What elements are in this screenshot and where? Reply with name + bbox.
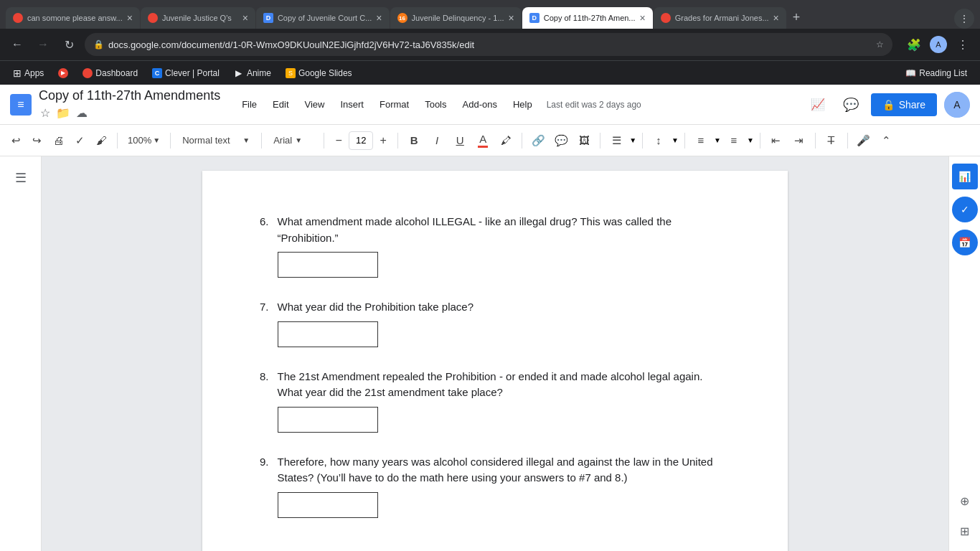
separator-11 <box>815 133 816 149</box>
move-button[interactable]: 📁 <box>55 105 72 121</box>
style-selector[interactable]: Normal text ▼ <box>176 130 255 151</box>
zoom-value: 100% <box>128 135 151 146</box>
menu-edit[interactable]: Edit <box>265 96 296 113</box>
bookmark-apps[interactable]: ⊞ Apps <box>7 65 50 82</box>
tab-3[interactable]: D Copy of Juvenile Court C... × <box>256 7 390 29</box>
q7-answer-box[interactable] <box>278 321 378 347</box>
calendar-addon-icon[interactable]: 📅 <box>952 230 978 255</box>
bullet-list-button[interactable]: ≡ <box>691 131 711 151</box>
voice-button[interactable]: 🎤 <box>854 131 874 151</box>
tab-4-favicon: 16 <box>397 13 407 23</box>
sidebar-outline-button[interactable]: ☰ <box>6 164 35 192</box>
new-tab-button[interactable]: + <box>787 10 806 25</box>
menu-view[interactable]: View <box>298 96 332 113</box>
q7-number: 7. <box>260 299 269 347</box>
bold-button[interactable]: B <box>404 131 424 151</box>
separator-7 <box>600 133 600 149</box>
line-spacing-button[interactable]: ↕ <box>649 131 669 151</box>
expand-panel-button[interactable]: ⊞ <box>952 518 978 544</box>
chat-button[interactable]: 💬 <box>838 92 864 118</box>
paint-format-button[interactable]: 🖌 <box>92 130 111 151</box>
forward-button[interactable]: → <box>33 34 53 55</box>
italic-button[interactable]: I <box>427 131 447 151</box>
menu-file[interactable]: File <box>235 96 264 113</box>
sheets-addon-icon[interactable]: 📊 <box>952 164 978 189</box>
tab-1-close[interactable]: × <box>127 13 133 23</box>
menu-addons[interactable]: Add-ons <box>456 96 504 113</box>
undo-button[interactable]: ↩ <box>7 130 25 151</box>
clear-format-button[interactable]: T̶ <box>821 131 842 151</box>
reading-list-icon: 📖 <box>905 68 916 78</box>
menu-insert[interactable]: Insert <box>333 96 371 113</box>
bookmark-slides-label: Google Slides <box>298 68 352 78</box>
numbered-list-button[interactable]: ≡ <box>724 131 744 151</box>
menu-tools[interactable]: Tools <box>418 96 453 113</box>
extension-btn[interactable]: 🧩 <box>904 34 924 55</box>
bookmark-clever[interactable]: C Clever | Portal <box>146 65 225 81</box>
bookmark-dashboard[interactable]: Dashboard <box>77 65 143 81</box>
font-color-button[interactable]: A <box>473 131 493 151</box>
menu-format[interactable]: Format <box>372 96 416 113</box>
tab-5-close[interactable]: × <box>640 13 646 23</box>
document-area[interactable]: 6. What amendment made alcohol ILLEGAL -… <box>42 156 948 551</box>
font-size-input[interactable] <box>349 131 373 150</box>
q8-text: The 21st Amendment repealed the Prohibit… <box>278 370 703 399</box>
profile-menu-btn[interactable]: ⋮ <box>954 9 974 29</box>
align-button[interactable]: ☰ <box>606 131 626 151</box>
tab-4-close[interactable]: × <box>509 13 514 23</box>
bookmark-star-icon[interactable]: ☆ <box>876 39 884 50</box>
font-selector[interactable]: Arial ▼ <box>268 130 318 151</box>
print-button[interactable]: 🖨 <box>49 130 68 151</box>
tab-2-close[interactable]: × <box>242 13 248 23</box>
decrease-indent-button[interactable]: ⇤ <box>766 131 786 151</box>
align-dropdown-icon: ▼ <box>629 136 636 144</box>
tab-2[interactable]: Juvenile Justice Q's × <box>141 7 255 29</box>
cloud-button[interactable]: ☁ <box>75 105 89 121</box>
underline-button[interactable]: U <box>450 131 470 151</box>
tab-4[interactable]: 16 Juvenile Delinquency - 1... × <box>390 7 522 29</box>
expand-toolbar-button[interactable]: ⌃ <box>877 131 897 151</box>
image-button[interactable]: 🖼 <box>574 131 594 151</box>
q8-answer-box[interactable] <box>278 407 378 433</box>
bookmark-youtube[interactable]: ▶ <box>52 65 74 81</box>
settings-btn[interactable]: ⋮ <box>953 34 973 55</box>
separator-5 <box>397 133 398 149</box>
question-6: 6. What amendment made alcohol ILLEGAL -… <box>260 214 730 278</box>
spellcheck-button[interactable]: ✓ <box>71 130 89 151</box>
tab-6[interactable]: Grades for Armani Jones... × <box>654 7 786 29</box>
font-size-decrease[interactable]: − <box>330 132 347 149</box>
collapse-sidebar-button[interactable]: ⊕ <box>952 488 978 514</box>
tab-3-close[interactable]: × <box>376 13 382 23</box>
link-button[interactable]: 🔗 <box>528 131 548 151</box>
docs-logo-icon: ≡ <box>17 98 24 111</box>
bookmark-dashboard-label: Dashboard <box>95 68 138 78</box>
back-button[interactable]: ← <box>7 34 27 55</box>
profile-btn[interactable]: A <box>928 34 948 55</box>
tab-5[interactable]: D Copy of 11th-27th Amen... × <box>522 7 653 29</box>
tab-1[interactable]: can somone please answ... × <box>6 7 140 29</box>
tasks-addon-icon[interactable]: ✓ <box>952 197 978 222</box>
reading-list-button[interactable]: 📖 Reading List <box>900 65 973 81</box>
last-edit: Last edit was 2 days ago <box>547 100 641 110</box>
highlight-button[interactable]: 🖍 <box>496 131 516 151</box>
increase-indent-button[interactable]: ⇥ <box>789 131 809 151</box>
q9-answer-box[interactable] <box>278 492 378 518</box>
url-bar[interactable]: 🔒 docs.google.com/document/d/1-0R-WmxO9D… <box>85 33 892 56</box>
bookmark-anime[interactable]: ▶ Anime <box>228 65 277 81</box>
tab-6-close[interactable]: × <box>773 13 779 23</box>
q6-text: What amendment made alcohol ILLEGAL - li… <box>278 215 672 244</box>
comment-button[interactable]: 💬 <box>551 131 571 151</box>
separator-3 <box>261 133 262 149</box>
bookmark-slides[interactable]: S Google Slides <box>280 65 358 81</box>
redo-button[interactable]: ↪ <box>28 130 46 151</box>
user-avatar[interactable]: A <box>944 92 970 118</box>
menu-help[interactable]: Help <box>506 96 540 113</box>
star-button[interactable]: ☆ <box>39 105 52 121</box>
font-size-increase[interactable]: + <box>374 132 392 149</box>
q6-answer-box[interactable] <box>278 252 378 278</box>
share-button[interactable]: 🔒 Share <box>871 93 937 116</box>
reading-list-label: Reading List <box>919 68 967 78</box>
zoom-selector[interactable]: 100% ▼ <box>123 130 164 151</box>
explore-button[interactable]: 📈 <box>805 92 831 118</box>
reload-button[interactable]: ↻ <box>59 34 79 55</box>
